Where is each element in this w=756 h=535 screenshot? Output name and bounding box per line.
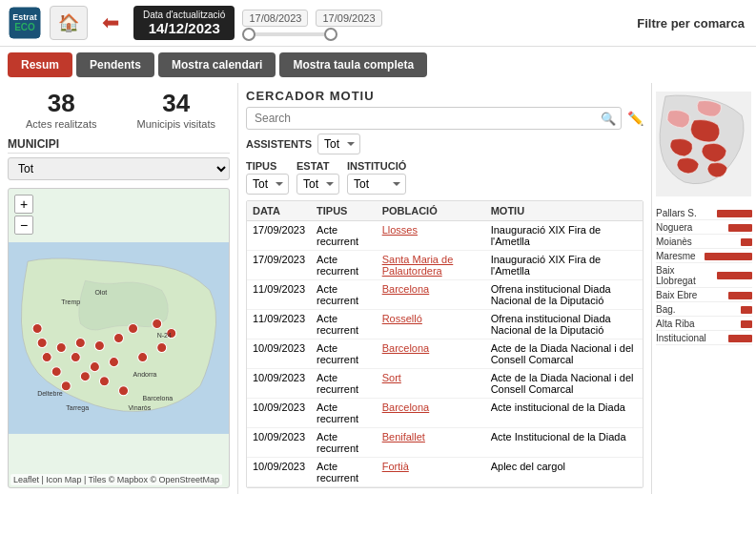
- svg-point-12: [109, 358, 118, 367]
- cercador-label: CERCADOR MOTIU: [246, 89, 644, 103]
- table-row[interactable]: 11/09/2023Acte recurrentBarcelonaOfrena …: [247, 280, 643, 310]
- table-row[interactable]: 17/09/2023Acte recurrentSanta Maria de P…: [247, 251, 643, 280]
- svg-text:N-24: N-24: [157, 333, 172, 340]
- comarca-name: Alta Riba: [656, 319, 741, 329]
- comarca-name: Maresme: [656, 251, 705, 261]
- poblacio-link[interactable]: Fortià: [382, 461, 409, 472]
- poblacio-link[interactable]: Barcelona: [382, 283, 430, 295]
- svg-text:Barcelona: Barcelona: [143, 395, 174, 401]
- svg-point-5: [99, 377, 109, 386]
- table-row[interactable]: 11/09/2023Acte recurrentRossellóOfrena i…: [247, 310, 643, 340]
- comarca-item: Moianès: [656, 236, 752, 249]
- comarca-name: Pallars S.: [656, 208, 717, 218]
- municipio-select[interactable]: Tot: [8, 157, 230, 180]
- svg-point-21: [56, 343, 66, 353]
- search-icon: 🔍: [601, 112, 616, 126]
- table-row[interactable]: 10/09/2023Acte recurrentBenifalletActe I…: [247, 428, 643, 458]
- municipis-stat: 34 Municipis visitats: [123, 89, 231, 130]
- col-poblacio: POBLACIÓ: [377, 201, 485, 221]
- svg-point-20: [75, 339, 85, 348]
- comarca-bar: [741, 238, 753, 246]
- estat-select[interactable]: Tot: [296, 174, 339, 195]
- institucio-select[interactable]: Tot: [347, 174, 406, 195]
- map-svg: Andorra N-24 Deltebre Barcelona Tremp Ol…: [9, 189, 229, 487]
- home-button[interactable]: 🏠: [50, 6, 88, 40]
- comarca-bar: [741, 320, 753, 328]
- slider-thumb-left[interactable]: [242, 28, 255, 41]
- municipis-num: 34: [123, 89, 231, 118]
- edit-icon[interactable]: ✏️: [627, 111, 644, 126]
- comarca-bar: [728, 292, 752, 299]
- pendents-button[interactable]: Pendents: [76, 52, 154, 77]
- institucio-label: INSTITUCIÓ: [347, 160, 406, 172]
- comarca-item: Noguera: [656, 221, 752, 235]
- actes-num: 38: [8, 89, 115, 118]
- right-panel: Pallars S.NogueraMoianèsMaresmeBaix Llob…: [651, 83, 756, 494]
- comarca-name: Moianès: [656, 237, 741, 247]
- logo: Estrat ECO: [8, 6, 42, 40]
- nav-buttons: Resum Pendents Mostra calendari Mostra t…: [0, 47, 756, 83]
- table-row[interactable]: 17/09/2023Acte recurrentLlossesInaugurac…: [247, 221, 643, 251]
- filtre-title: Filtre per comarca: [637, 16, 745, 31]
- tipus-label: TIPUS: [246, 160, 289, 172]
- poblacio-link[interactable]: Llosses: [382, 224, 418, 236]
- comarca-map-svg: [656, 87, 751, 201]
- comarca-name: Institucional: [656, 333, 728, 343]
- comarca-name: Noguera: [656, 222, 728, 233]
- slider-track: [242, 32, 337, 36]
- poblacio-link[interactable]: Barcelona: [382, 342, 430, 354]
- actes-label: Actes realitzats: [8, 118, 115, 130]
- update-box: Data d'actualització 14/12/2023: [133, 6, 235, 40]
- search-input[interactable]: [246, 107, 622, 130]
- main-layout: 38 Actes realitzats 34 Municipis visitat…: [0, 83, 756, 494]
- table-row[interactable]: 10/09/2023Acte recurrentBarcelonaActe in…: [247, 399, 643, 428]
- poblacio-link[interactable]: Sort: [382, 372, 401, 383]
- table-row[interactable]: 10/09/2023Acte recurrentSortActe de la D…: [247, 369, 643, 399]
- comarca-name: Baix Ebre: [656, 290, 728, 300]
- date-from: 17/08/2023: [242, 10, 308, 27]
- svg-point-13: [138, 353, 148, 362]
- table-row[interactable]: 10/09/2023Acte recurrentMonistrol de Cal…: [247, 487, 643, 489]
- search-row: 🔍 ✏️: [246, 107, 644, 130]
- logo-icon: Estrat ECO: [8, 6, 42, 40]
- poblacio-link[interactable]: Rosselló: [382, 313, 422, 324]
- institucio-filter: INSTITUCIÓ Tot: [347, 160, 406, 195]
- date-range: 17/08/2023 17/09/2023: [242, 10, 381, 36]
- municipio-label: MUNICIPI: [8, 137, 230, 154]
- filters-row: TIPUS Tot ESTAT Tot INSTITUCIÓ Tot: [246, 160, 644, 195]
- svg-point-10: [71, 353, 80, 362]
- tipus-select[interactable]: Tot: [246, 174, 289, 195]
- col-data: DATA: [247, 201, 311, 221]
- comarca-item: Bag.: [656, 303, 752, 317]
- comarca-list: Pallars S.NogueraMoianèsMaresmeBaix Llob…: [656, 207, 752, 345]
- header: Estrat ECO 🏠 ⬅ Data d'actualització 14/1…: [0, 0, 756, 47]
- table-wrap: DATA TIPUS POBLACIÓ MOTIU 17/09/2023Acte…: [246, 200, 644, 488]
- svg-text:Olot: Olot: [94, 289, 107, 296]
- back-button[interactable]: ⬅: [95, 8, 126, 38]
- comarca-bar: [741, 306, 753, 314]
- mostra-calendari-button[interactable]: Mostra calendari: [158, 52, 276, 77]
- zoom-out-button[interactable]: −: [14, 216, 33, 235]
- zoom-in-button[interactable]: +: [14, 195, 33, 214]
- resum-button[interactable]: Resum: [8, 52, 72, 77]
- poblacio-link[interactable]: Benifallet: [382, 431, 425, 442]
- actes-stat: 38 Actes realitzats: [8, 89, 115, 130]
- assistents-label: ASSISTENTS: [246, 138, 312, 150]
- col-motiu: MOTIU: [485, 201, 643, 221]
- svg-point-8: [51, 367, 61, 377]
- map-credit: Leaflet | Icon Map | Tiles © Mapbox © Op…: [10, 474, 222, 485]
- comarca-bar: [717, 210, 753, 217]
- svg-point-7: [61, 381, 71, 391]
- slider-thumb-right[interactable]: [324, 28, 337, 41]
- stats: 38 Actes realitzats 34 Municipis visitat…: [8, 89, 230, 130]
- poblacio-link[interactable]: Barcelona: [382, 401, 430, 413]
- poblacio-link[interactable]: Santa Maria de Palautordera: [382, 254, 454, 277]
- table-row[interactable]: 10/09/2023Acte recurrentBarcelonaActe de…: [247, 340, 643, 369]
- table-row[interactable]: 10/09/2023Acte recurrentFortiàAplec del …: [247, 458, 643, 487]
- svg-point-4: [119, 386, 129, 396]
- comarca-item: Maresme: [656, 250, 752, 263]
- mostra-taula-button[interactable]: Mostra taula completa: [279, 52, 427, 77]
- svg-point-11: [90, 362, 99, 372]
- assistents-select[interactable]: Tot: [317, 134, 360, 154]
- municipis-label: Municipis visitats: [123, 118, 231, 130]
